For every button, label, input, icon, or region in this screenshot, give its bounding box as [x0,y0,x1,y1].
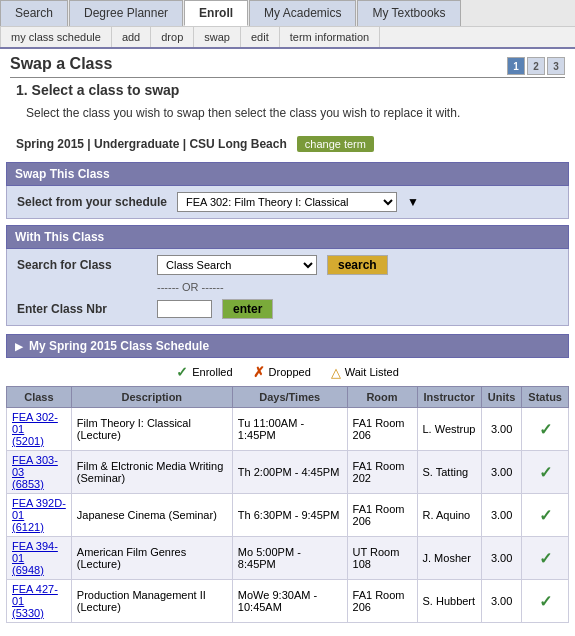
legend-enrolled: ✓ Enrolled [176,364,232,380]
cell-room: UT Room 108 [347,537,417,580]
change-term-button[interactable]: change term [297,136,374,152]
class-link[interactable]: FEA 427-01(5330) [12,583,58,619]
swap-form-row: Select from your schedule FEA 302: Film … [6,186,569,219]
table-row: FEA 427-01(5330) Production Management I… [7,580,569,623]
dropped-label: Dropped [269,366,311,378]
step-indicators: 1 2 3 [507,57,565,75]
cell-description: Film & Elctronic Media Writing (Seminar) [71,451,232,494]
cell-status: ✓ [522,537,569,580]
dropped-x-icon: ✗ [253,364,265,380]
class-link[interactable]: FEA 303-03(6853) [12,454,58,490]
legend: ✓ Enrolled ✗ Dropped △ Wait Listed [6,358,569,386]
subnav-term-information[interactable]: term information [280,27,380,47]
cell-units: 3.00 [481,451,522,494]
cell-units: 3.00 [481,537,522,580]
class-schedule-table: Class Description Days/Times Room Instru… [6,386,569,623]
with-section-header: With This Class [6,225,569,249]
cell-instructor: S. Hubbert [417,580,481,623]
sub-navigation: my class schedule add drop swap edit ter… [0,27,575,49]
swap-class-select[interactable]: FEA 302: Film Theory I: Classical [177,192,397,212]
cell-class: FEA 392D-01(6121) [7,494,72,537]
cell-days-times: MoWe 9:30AM - 10:45AM [232,580,347,623]
search-for-class-label: Search for Class [17,258,147,272]
legend-dropped: ✗ Dropped [253,364,311,380]
cell-description: Japanese Cinema (Seminar) [71,494,232,537]
enter-class-nbr-label: Enter Class Nbr [17,302,147,316]
top-navigation: Search Degree Planner Enroll My Academic… [0,0,575,27]
cell-class: FEA 427-01(5330) [7,580,72,623]
cell-status: ✓ [522,580,569,623]
cell-status: ✓ [522,451,569,494]
search-type-select[interactable]: Class SearchKeyword Search [157,255,317,275]
col-units: Units [481,387,522,408]
step-heading: 1. Select a class to swap [6,78,569,102]
cell-instructor: L. Westrup [417,408,481,451]
subnav-edit[interactable]: edit [241,27,280,47]
class-link[interactable]: FEA 394-01(6948) [12,540,58,576]
term-text: Spring 2015 | Undergraduate | CSU Long B… [16,137,287,151]
col-room: Room [347,387,417,408]
tab-enroll[interactable]: Enroll [184,0,248,26]
wait-listed-warn-icon: △ [331,365,341,380]
cell-description: Production Management II (Lecture) [71,580,232,623]
cell-room: FA1 Room 206 [347,408,417,451]
col-status: Status [522,387,569,408]
subnav-drop[interactable]: drop [151,27,194,47]
cell-units: 3.00 [481,408,522,451]
schedule-section-header: ▶ My Spring 2015 Class Schedule [6,334,569,358]
dropdown-arrow: ▼ [407,195,419,209]
subnav-my-class-schedule[interactable]: my class schedule [0,27,112,47]
enrolled-check-icon: ✓ [176,364,188,380]
tab-search[interactable]: Search [0,0,68,26]
cell-description: Film Theory I: Classical (Lecture) [71,408,232,451]
step-box-3: 3 [547,57,565,75]
subnav-swap[interactable]: swap [194,27,241,47]
with-form-area: Search for Class Class SearchKeyword Sea… [6,249,569,326]
tab-my-academics[interactable]: My Academics [249,0,356,26]
legend-wait-listed: △ Wait Listed [331,365,399,380]
or-divider: ------ OR ------ [17,281,224,293]
table-row: FEA 392D-01(6121) Japanese Cinema (Semin… [7,494,569,537]
cell-room: FA1 Room 206 [347,494,417,537]
cell-units: 3.00 [481,494,522,537]
cell-days-times: Tu 11:00AM - 1:45PM [232,408,347,451]
col-instructor: Instructor [417,387,481,408]
col-days-times: Days/Times [232,387,347,408]
col-class: Class [7,387,72,408]
class-nbr-input[interactable] [157,300,212,318]
cell-days-times: Th 2:00PM - 4:45PM [232,451,347,494]
search-button[interactable]: search [327,255,388,275]
cell-status: ✓ [522,408,569,451]
cell-instructor: S. Tatting [417,451,481,494]
cell-class: FEA 302-01(5201) [7,408,72,451]
term-info: Spring 2015 | Undergraduate | CSU Long B… [6,130,569,158]
step-description: Select the class you wish to swap then s… [6,102,569,130]
step-box-2: 2 [527,57,545,75]
cell-instructor: J. Mosher [417,537,481,580]
cell-description: American Film Genres (Lecture) [71,537,232,580]
col-description: Description [71,387,232,408]
schedule-header-text: My Spring 2015 Class Schedule [29,339,209,353]
subnav-add[interactable]: add [112,27,151,47]
class-link[interactable]: FEA 302-01(5201) [12,411,58,447]
cell-room: FA1 Room 206 [347,580,417,623]
table-row: FEA 394-01(6948) American Film Genres (L… [7,537,569,580]
cell-status: ✓ [522,494,569,537]
cell-class: FEA 394-01(6948) [7,537,72,580]
cell-days-times: Mo 5:00PM - 8:45PM [232,537,347,580]
swap-from-label: Select from your schedule [17,195,167,209]
swap-section-header: Swap This Class [6,162,569,186]
cell-class: FEA 303-03(6853) [7,451,72,494]
table-row: FEA 303-03(6853) Film & Elctronic Media … [7,451,569,494]
class-link[interactable]: FEA 392D-01(6121) [12,497,66,533]
tab-my-textbooks[interactable]: My Textbooks [357,0,460,26]
cell-units: 3.00 [481,580,522,623]
cell-days-times: Th 6:30PM - 9:45PM [232,494,347,537]
cell-instructor: R. Aquino [417,494,481,537]
table-row: FEA 302-01(5201) Film Theory I: Classica… [7,408,569,451]
cell-room: FA1 Room 202 [347,451,417,494]
triangle-icon: ▶ [15,341,23,352]
wait-listed-label: Wait Listed [345,366,399,378]
tab-degree-planner[interactable]: Degree Planner [69,0,183,26]
enter-button[interactable]: enter [222,299,273,319]
